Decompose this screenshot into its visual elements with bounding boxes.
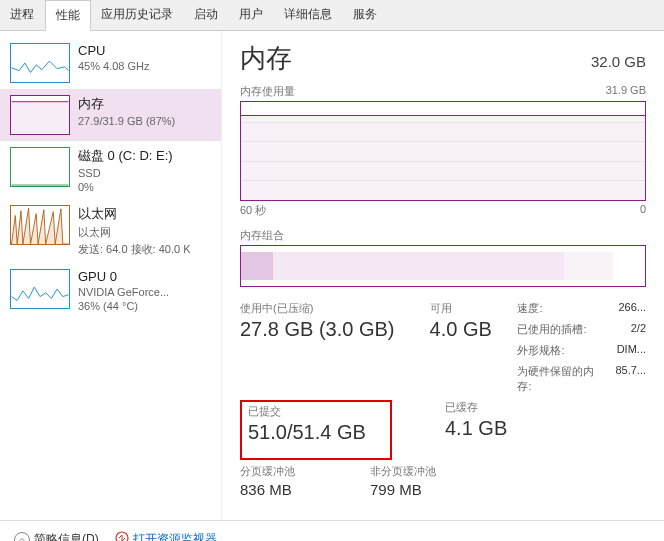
x-left: 60 秒 (240, 203, 266, 218)
ethernet-sub2: 发送: 64.0 接收: 40.0 K (78, 242, 191, 257)
memory-usage-chart (240, 101, 646, 201)
cpu-title: CPU (78, 43, 150, 58)
gpu-title: GPU 0 (78, 269, 169, 284)
stat-nonpaged-pool: 非分页缓冲池 799 MB (370, 464, 436, 498)
disk-thumb (10, 147, 70, 187)
gpu-thumb (10, 269, 70, 309)
cpu-sub: 45% 4.08 GHz (78, 60, 150, 72)
memory-thumb (10, 95, 70, 135)
tab-startup[interactable]: 启动 (184, 0, 229, 30)
page-title: 内存 (240, 41, 292, 76)
disk-sub2: 0% (78, 181, 173, 193)
ethernet-thumb (10, 205, 70, 245)
tab-processes[interactable]: 进程 (0, 0, 45, 30)
monitor-icon (115, 531, 129, 541)
comp-label: 内存组合 (240, 228, 284, 243)
memory-total: 32.0 GB (591, 53, 646, 70)
sidebar-item-cpu[interactable]: CPU 45% 4.08 GHz (0, 37, 221, 89)
cpu-thumb (10, 43, 70, 83)
footer: 简略信息(D) 打开资源监视器 (0, 520, 664, 541)
disk-sub: SSD (78, 167, 173, 179)
memory-sub: 27.9/31.9 GB (87%) (78, 115, 175, 127)
sidebar-item-ethernet[interactable]: 以太网 以太网 发送: 64.0 接收: 40.0 K (0, 199, 221, 263)
memory-details: 速度:266... 已使用的插槽:2/2 外形规格:DIM... 为硬件保留的内… (517, 301, 646, 400)
stat-available: 可用 4.0 GB (430, 301, 500, 341)
tab-details[interactable]: 详细信息 (274, 0, 343, 30)
tab-bar: 进程 性能 应用历史记录 启动 用户 详细信息 服务 (0, 0, 664, 31)
gpu-sub: NVIDIA GeForce... (78, 286, 169, 298)
chevron-up-icon (14, 532, 30, 542)
tab-performance[interactable]: 性能 (45, 0, 91, 31)
x-right: 0 (640, 203, 646, 218)
memory-title: 内存 (78, 95, 175, 113)
usage-label: 内存使用量 (240, 84, 295, 99)
main-panel: 内存 32.0 GB 内存使用量 31.9 GB 60 秒 0 内存组合 (222, 31, 664, 520)
ethernet-title: 以太网 (78, 205, 191, 223)
sidebar-item-memory[interactable]: 内存 27.9/31.9 GB (87%) (0, 89, 221, 141)
tab-app-history[interactable]: 应用历史记录 (91, 0, 184, 30)
stat-committed-highlight: 已提交 51.0/51.4 GB (240, 400, 392, 460)
brief-info-link[interactable]: 简略信息(D) (14, 531, 99, 541)
memory-composition-chart (240, 245, 646, 287)
stat-committed: 已提交 51.0/51.4 GB (248, 404, 366, 444)
usage-max: 31.9 GB (606, 84, 646, 99)
open-resource-monitor-link[interactable]: 打开资源监视器 (115, 531, 217, 541)
tab-services[interactable]: 服务 (343, 0, 388, 30)
stat-paged-pool: 分页缓冲池 836 MB (240, 464, 352, 498)
sidebar-item-disk[interactable]: 磁盘 0 (C: D: E:) SSD 0% (0, 141, 221, 199)
disk-title: 磁盘 0 (C: D: E:) (78, 147, 173, 165)
gpu-sub2: 36% (44 °C) (78, 300, 169, 312)
stat-in-use: 使用中(已压缩) 27.8 GB (3.0 GB) (240, 301, 412, 341)
tab-users[interactable]: 用户 (229, 0, 274, 30)
svg-rect-0 (12, 102, 69, 134)
ethernet-sub: 以太网 (78, 225, 191, 240)
stat-cached: 已缓存 4.1 GB (445, 400, 522, 440)
sidebar: CPU 45% 4.08 GHz 内存 27.9/31.9 GB (87%) 磁… (0, 31, 222, 520)
sidebar-item-gpu[interactable]: GPU 0 NVIDIA GeForce... 36% (44 °C) (0, 263, 221, 318)
